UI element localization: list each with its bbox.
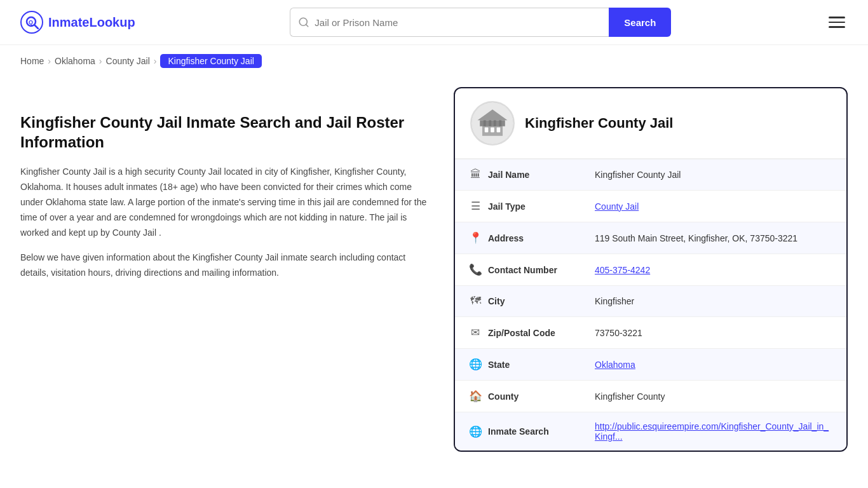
svg-line-4	[306, 24, 308, 26]
search-input-wrap	[290, 8, 609, 37]
county-label: County	[488, 383, 590, 410]
inmate-search-link[interactable]: http://public.esquireempire.com/Kingfish…	[595, 421, 829, 442]
left-content: Kingfisher County Jail Inmate Search and…	[20, 87, 433, 452]
search-icon	[298, 17, 309, 28]
logo-text: InmateLookup	[48, 15, 135, 30]
site-logo[interactable]: Q InmateLookup	[20, 11, 135, 34]
city-value: Kingfisher	[590, 287, 846, 315]
hamburger-line-3	[829, 26, 845, 28]
info-row-city: 🗺 City Kingfisher	[455, 285, 846, 316]
breadcrumb-home[interactable]: Home	[20, 56, 44, 66]
svg-rect-14	[494, 120, 496, 126]
contact-icon: 📞	[455, 254, 488, 285]
jail-type-value: County Jail	[590, 193, 846, 220]
info-row-state: 🌐 State Oklahoma	[455, 348, 846, 380]
county-value: Kingfisher County	[590, 383, 846, 410]
address-label: Address	[488, 224, 590, 252]
svg-rect-15	[499, 120, 501, 126]
main-layout: Kingfisher County Jail Inmate Search and…	[0, 74, 868, 477]
svg-rect-10	[491, 128, 494, 133]
breadcrumb-current: Kingfisher County Jail	[160, 54, 261, 68]
state-value: Oklahoma	[590, 351, 846, 379]
info-row-contact: 📞 Contact Number 405-375-4242	[455, 254, 846, 285]
breadcrumb-oklahoma[interactable]: Oklahoma	[55, 56, 95, 66]
contact-link[interactable]: 405-375-4242	[595, 265, 650, 275]
page-description-2: Below we have given information about th…	[20, 250, 433, 281]
contact-label: Contact Number	[488, 256, 590, 284]
jail-type-label: Jail Type	[488, 193, 590, 220]
breadcrumb-county-jail[interactable]: County Jail	[106, 56, 150, 66]
jail-avatar	[470, 101, 515, 146]
svg-rect-9	[485, 128, 489, 133]
jail-name-icon: 🏛	[455, 159, 488, 190]
info-table: 🏛 Jail Name Kingfisher County Jail ☰ Jai…	[455, 159, 846, 451]
inmate-search-value: http://public.esquireempire.com/Kingfish…	[590, 412, 846, 451]
info-row-jail-name: 🏛 Jail Name Kingfisher County Jail	[455, 159, 846, 190]
logo-icon: Q	[20, 11, 43, 34]
zip-label: Zip/Postal Code	[488, 319, 590, 347]
state-label: State	[488, 351, 590, 379]
svg-text:Q: Q	[29, 19, 33, 25]
search-button[interactable]: Search	[609, 8, 671, 37]
svg-rect-11	[497, 128, 501, 133]
jail-info-card: Kingfisher County Jail 🏛 Jail Name Kingf…	[454, 87, 848, 452]
jail-card-title: Kingfisher County Jail	[525, 115, 673, 132]
breadcrumb: Home › Oklahoma › County Jail › Kingfish…	[0, 45, 868, 74]
contact-value: 405-375-4242	[590, 256, 846, 284]
info-row-inmate-search: 🌐 Inmate Search http://public.esquireemp…	[455, 412, 846, 451]
info-row-jail-type: ☰ Jail Type County Jail	[455, 190, 846, 222]
county-icon: 🏠	[455, 381, 488, 412]
search-input[interactable]	[315, 17, 601, 28]
city-icon: 🗺	[455, 286, 488, 316]
info-row-address: 📍 Address 119 South Main Street, Kingfis…	[455, 222, 846, 254]
address-value: 119 South Main Street, Kingfisher, OK, 7…	[590, 224, 846, 252]
zip-value: 73750-3221	[590, 319, 846, 347]
jail-type-icon: ☰	[455, 191, 488, 222]
hamburger-line-2	[829, 22, 845, 24]
hamburger-line-1	[829, 17, 845, 18]
menu-button[interactable]	[826, 14, 848, 30]
page-description-1: Kingfisher County Jail is a high securit…	[20, 165, 433, 240]
jail-type-link[interactable]: County Jail	[595, 201, 639, 212]
info-row-zip: ✉ Zip/Postal Code 73750-3221	[455, 316, 846, 348]
inmate-search-label: Inmate Search	[488, 417, 590, 445]
info-row-county: 🏠 County Kingfisher County	[455, 380, 846, 412]
breadcrumb-sep-1: ›	[48, 56, 51, 66]
page-title: Kingfisher County Jail Inmate Search and…	[20, 112, 433, 152]
zip-icon: ✉	[455, 317, 488, 348]
jail-name-label: Jail Name	[488, 161, 590, 189]
state-icon: 🌐	[455, 349, 488, 380]
jail-card-header: Kingfisher County Jail	[455, 88, 846, 159]
site-header: Q InmateLookup Search	[0, 0, 868, 45]
svg-rect-13	[489, 120, 491, 126]
svg-line-1	[35, 25, 39, 29]
breadcrumb-sep-2: ›	[99, 56, 102, 66]
state-link[interactable]: Oklahoma	[595, 360, 635, 370]
breadcrumb-sep-3: ›	[154, 56, 157, 66]
search-bar: Search	[290, 8, 671, 37]
svg-rect-12	[484, 120, 486, 126]
jail-name-value: Kingfisher County Jail	[590, 161, 846, 189]
city-label: City	[488, 287, 590, 315]
inmate-search-icon: 🌐	[455, 416, 488, 447]
address-icon: 📍	[455, 222, 488, 254]
